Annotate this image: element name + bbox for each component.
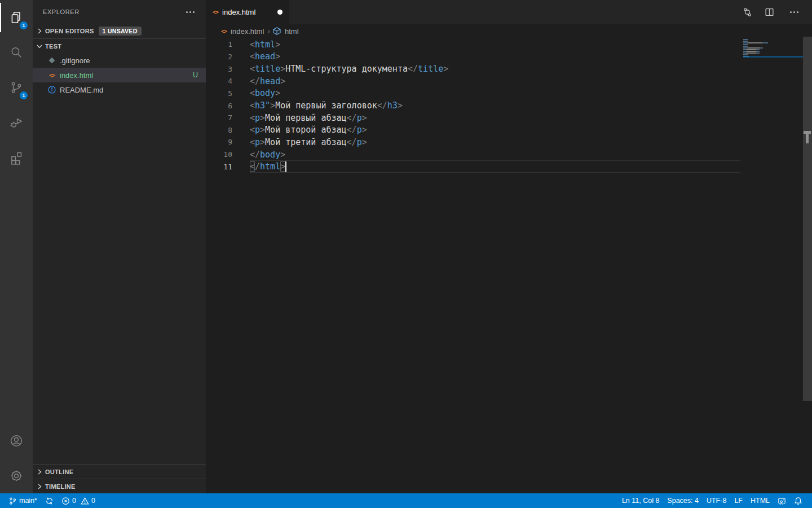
code-line-2[interactable]: 2<head>	[206, 51, 812, 63]
line-number[interactable]: 2	[206, 52, 232, 61]
line-number[interactable]: 1	[206, 40, 232, 49]
more-actions-icon[interactable]	[183, 9, 198, 15]
editor-actions	[743, 0, 812, 24]
breadcrumb-symbol[interactable]: html	[285, 27, 299, 36]
open-changes-icon[interactable]	[743, 7, 752, 17]
status-label: LF	[734, 497, 743, 505]
code-line-6[interactable]: 6<h3">Мой первый заголовок</h3>	[206, 99, 812, 112]
status-feedback[interactable]	[774, 493, 790, 508]
timeline-header[interactable]: TIMELINE	[33, 479, 206, 493]
activity-bar-bottom	[0, 423, 33, 493]
activity-item-explorer[interactable]: 1	[0, 0, 33, 35]
folder-header-test[interactable]: TEST	[33, 38, 206, 53]
activity-bar: 11	[0, 0, 33, 493]
status-bar-right: Ln 11, Col 8Spaces: 4UTF-8LFHTML	[618, 493, 812, 508]
unsaved-dot-icon[interactable]	[277, 10, 283, 15]
explorer-sidebar: EXPLORER OPEN EDITORS 1 UNSAVED TEST .gi…	[33, 0, 206, 493]
token: p	[255, 137, 260, 147]
activity-bar-top: 11	[0, 0, 33, 175]
status-encoding[interactable]: UTF-8	[703, 493, 730, 508]
line-number[interactable]: 9	[206, 138, 232, 146]
status-branch[interactable]: main*	[5, 493, 41, 508]
code-text: <html>	[250, 40, 280, 50]
code-line-1[interactable]: 1<html>	[206, 38, 812, 51]
status-sync[interactable]	[41, 493, 58, 508]
file-name: index.html	[60, 71, 93, 80]
line-number[interactable]: 4	[206, 77, 232, 85]
status-eol[interactable]: LF	[730, 493, 747, 508]
code-line-5[interactable]: 5<body>	[206, 87, 812, 100]
token: p	[357, 113, 362, 123]
token: <	[250, 113, 255, 123]
token: >	[275, 51, 280, 62]
html-icon	[47, 71, 56, 80]
activity-item-accounts[interactable]	[0, 423, 33, 458]
file-item-.gitignore[interactable]: .gitignore	[33, 53, 206, 68]
file-item-README.md[interactable]: README.md	[33, 82, 206, 97]
minimap[interactable]	[743, 39, 803, 58]
line-number[interactable]: 6	[206, 102, 232, 110]
activity-item-extensions[interactable]	[0, 140, 33, 175]
badge: 1	[19, 91, 28, 100]
token: >	[260, 137, 265, 147]
editor-scrollbar[interactable]	[803, 37, 812, 401]
code-text: <p>Мой второй абзац</p>	[250, 125, 367, 135]
token: "	[265, 100, 270, 111]
code-text: <p>Мой первый абзац</p>	[250, 113, 367, 123]
status-bar-left: main*00	[0, 493, 99, 508]
status-problems[interactable]: 00	[58, 493, 99, 508]
chevron-right-icon	[35, 27, 44, 36]
line-number[interactable]: 8	[206, 126, 232, 134]
code-line-9[interactable]: 9<p>Мой третий абзац</p>	[206, 136, 812, 148]
line-number[interactable]: 11	[206, 163, 232, 171]
token: >	[280, 76, 285, 86]
unsaved-badge: 1 UNSAVED	[99, 27, 142, 36]
token: </	[347, 137, 357, 147]
debug-icon	[9, 115, 24, 130]
warning-icon	[81, 497, 89, 505]
code-line-4[interactable]: 4</head>	[206, 75, 812, 87]
more-actions-icon[interactable]	[787, 9, 802, 15]
token: >	[260, 113, 265, 123]
code-line-11[interactable]: 11</html>	[206, 160, 812, 173]
token: Мой второй абзац	[265, 125, 347, 135]
status-cursor-position[interactable]: Ln 11, Col 8	[618, 493, 663, 508]
token: >	[280, 161, 285, 172]
account-icon	[9, 433, 24, 448]
line-number[interactable]: 7	[206, 113, 232, 122]
code-line-3[interactable]: 3<title>HTML-структура документа</title>	[206, 63, 812, 75]
status-bar: main*00 Ln 11, Col 8Spaces: 4UTF-8LFHTML	[0, 493, 812, 508]
minimap-line	[743, 52, 803, 54]
extensions-icon	[9, 150, 24, 165]
minimap-line	[743, 54, 803, 55]
editor-group: index.html index.html	[206, 0, 812, 493]
token: h3	[387, 100, 398, 111]
token: /	[255, 161, 260, 172]
split-editor-icon[interactable]	[765, 7, 774, 17]
open-editors-header[interactable]: OPEN EDITORS 1 UNSAVED	[33, 24, 206, 38]
outline-header[interactable]: OUTLINE	[33, 464, 206, 479]
line-number[interactable]: 10	[206, 150, 232, 159]
activity-item-search[interactable]	[0, 35, 33, 70]
status-indentation[interactable]: Spaces: 4	[663, 493, 703, 508]
activity-item-source-control[interactable]: 1	[0, 70, 33, 105]
code-area: 1<html>2<head>3<title>HTML-структура док…	[206, 38, 812, 493]
breadcrumb-file[interactable]: index.html	[231, 27, 264, 36]
code-line-10[interactable]: 10</body>	[206, 148, 812, 161]
line-number[interactable]: 3	[206, 65, 232, 73]
file-item-index.html[interactable]: index.htmlU	[33, 68, 206, 82]
token: <	[250, 51, 255, 62]
token: head	[255, 51, 275, 62]
status-notifications[interactable]	[790, 493, 806, 508]
token: </	[408, 64, 418, 74]
activity-item-settings[interactable]	[0, 458, 33, 493]
code-text: <head>	[250, 51, 280, 62]
activity-item-run-debug[interactable]	[0, 105, 33, 140]
line-number[interactable]: 5	[206, 89, 232, 98]
token: h3	[255, 100, 265, 111]
code-line-8[interactable]: 8<p>Мой второй абзац</p>	[206, 124, 812, 136]
status-language-mode[interactable]: HTML	[747, 493, 774, 508]
code-line-7[interactable]: 7<p>Мой первый абзац</p>	[206, 112, 812, 124]
token: >	[275, 88, 280, 98]
tab-index-html[interactable]: index.html	[206, 0, 289, 24]
